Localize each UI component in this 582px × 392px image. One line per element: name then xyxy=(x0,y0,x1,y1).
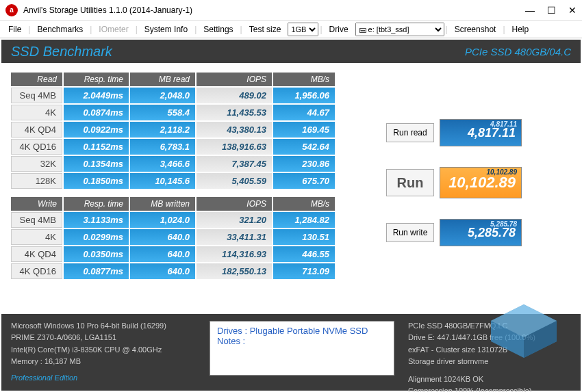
read-resp: 0.1850ms xyxy=(64,173,129,189)
read-row: 32K0.1354ms3,466.67,387.45230.86 xyxy=(11,156,335,172)
read-mbs: 542.64 xyxy=(273,139,335,155)
read-resp: 0.0922ms xyxy=(64,122,129,138)
read-resp: 0.0874ms xyxy=(64,105,129,120)
footer: Microsoft Windows 10 Pro 64-bit Build (1… xyxy=(1,314,581,391)
run-button[interactable]: Run xyxy=(386,169,434,196)
edition-label: Professional Edition xyxy=(11,373,196,383)
window-title: Anvil's Storage Utilities 1.1.0 (2014-Ja… xyxy=(23,5,525,15)
write-table: Write Resp. time MB written IOPS MB/s Se… xyxy=(10,196,336,280)
read-resp: 0.1354ms xyxy=(64,156,129,172)
read-mb: 6,783.1 xyxy=(130,139,195,155)
read-mbs: 1,956.06 xyxy=(273,88,335,103)
write-h0: Write xyxy=(11,197,62,211)
total-score-big: 10,102.89 xyxy=(446,175,516,190)
write-label: 4K QD16 xyxy=(11,263,62,279)
menu-settings[interactable]: Settings xyxy=(198,23,238,36)
read-row: 4K QD160.1152ms6,783.1138,916.63542.64 xyxy=(11,139,335,155)
drive-select[interactable]: 🖴 e: [tbt3_ssd] xyxy=(355,23,444,36)
run-write-button[interactable]: Run write xyxy=(386,223,434,242)
page-title: SSD Benchmark xyxy=(11,44,112,60)
read-iops: 489.02 xyxy=(197,88,272,103)
menu-help[interactable]: Help xyxy=(507,23,535,36)
dev-driver: Storage driver stornvme xyxy=(408,356,488,367)
write-row: 4K QD40.0350ms640.0114,316.93446.55 xyxy=(11,246,335,262)
read-mb: 10,145.6 xyxy=(130,173,195,189)
write-resp: 0.0350ms xyxy=(64,246,129,262)
read-label: 4K xyxy=(11,105,62,120)
dev-model: PCIe SSD 480GB/E7FMQ.LC xyxy=(408,321,508,331)
menu-benchmarks[interactable]: Benchmarks xyxy=(31,23,88,36)
notes-drives: Drives : Plugable Portable NVMe SSD xyxy=(217,326,387,336)
write-mbs: 713.09 xyxy=(273,263,335,279)
dev-fs: exFAT - Cluster size 131072B xyxy=(408,345,507,355)
write-mb: 1,024.0 xyxy=(130,212,195,228)
read-mb: 3,466.6 xyxy=(130,156,195,172)
read-iops: 11,435.53 xyxy=(197,105,272,120)
minimize-button[interactable]: — xyxy=(525,5,535,16)
read-h1: Resp. time xyxy=(64,73,129,86)
sys-cpu: Intel(R) Core(TM) i3-8350K CPU @ 4.00GHz xyxy=(11,345,196,355)
write-mbs: 446.55 xyxy=(273,246,335,262)
write-h2: MB written xyxy=(130,197,195,211)
write-row: 4K0.0299ms640.033,411.31130.51 xyxy=(11,229,335,245)
write-mb: 640.0 xyxy=(130,229,195,245)
write-label: 4K xyxy=(11,229,62,245)
read-mbs: 230.86 xyxy=(273,156,335,172)
read-table: Read Resp. time MB read IOPS MB/s Seq 4M… xyxy=(10,71,336,190)
read-row: 4K0.0874ms558.411,435.5344.67 xyxy=(11,105,335,120)
titlebar: a Anvil's Storage Utilities 1.1.0 (2014-… xyxy=(0,0,582,21)
read-row: Seq 4MB2.0449ms2,048.0489.021,956.06 xyxy=(11,88,335,103)
read-score: 4,817.11 4,817.11 xyxy=(440,119,522,146)
dev-compr: Compression 100% (Incompressible) xyxy=(408,386,531,392)
read-iops: 43,380.13 xyxy=(197,122,272,138)
menu-file[interactable]: File xyxy=(3,23,27,36)
dev-align: Alignment 1024KB OK xyxy=(408,374,483,384)
read-h3: IOPS xyxy=(197,73,272,86)
read-h0: Read xyxy=(11,73,62,86)
notes-box[interactable]: Drives : Plugable Portable NVMe SSD Note… xyxy=(210,321,394,376)
read-h2: MB read xyxy=(130,73,195,86)
menubar: File| Benchmarks| IOmeter| System Info| … xyxy=(0,21,582,38)
device-name: PCIe SSD 480GB/04.C xyxy=(465,46,571,57)
write-score-small: 5,285.78 xyxy=(490,220,517,228)
notes-notes: Notes : xyxy=(217,336,387,346)
sys-mem: Memory : 16,187 MB xyxy=(11,356,196,367)
menu-screenshot[interactable]: Screenshot xyxy=(449,23,502,36)
header-bar: SSD Benchmark PCIe SSD 480GB/04.C xyxy=(1,40,581,63)
write-h1: Resp. time xyxy=(64,197,129,211)
run-read-button[interactable]: Run read xyxy=(386,123,434,142)
menu-iometer[interactable]: IOmeter xyxy=(93,23,134,36)
write-resp: 3.1133ms xyxy=(64,212,129,228)
testsize-select[interactable]: 1GB xyxy=(288,23,318,36)
read-mbs: 169.45 xyxy=(273,122,335,138)
write-row: Seq 4MB3.1133ms1,024.0321.201,284.82 xyxy=(11,212,335,228)
close-button[interactable]: ✕ xyxy=(568,5,577,16)
write-score: 5,285.78 5,285.78 xyxy=(440,219,522,246)
dev-free: Drive E: 447.1/447.1GB free (100.0%) xyxy=(408,332,535,343)
read-mbs: 44.67 xyxy=(273,105,335,120)
sys-os: Microsoft Windows 10 Pro 64-bit Build (1… xyxy=(11,321,196,331)
read-resp: 2.0449ms xyxy=(64,88,129,103)
testsize-label: Test size xyxy=(244,23,287,36)
write-iops: 182,550.13 xyxy=(197,263,272,279)
write-iops: 114,316.93 xyxy=(197,246,272,262)
write-label: 4K QD4 xyxy=(11,246,62,262)
read-mb: 2,118.2 xyxy=(130,122,195,138)
write-label: Seq 4MB xyxy=(11,212,62,228)
read-label: 4K QD16 xyxy=(11,139,62,155)
sys-mb: PRIME Z370-A/0606, LGA1151 xyxy=(11,332,196,343)
write-resp: 0.0299ms xyxy=(64,229,129,245)
drive-label: Drive xyxy=(324,23,354,36)
read-score-small: 4,817.11 xyxy=(490,120,517,128)
read-iops: 5,405.59 xyxy=(197,173,272,189)
write-h3: IOPS xyxy=(197,197,272,211)
menu-sysinfo[interactable]: System Info xyxy=(139,23,193,36)
maximize-button[interactable]: ☐ xyxy=(547,5,556,16)
total-score: 10,102.89 10,102.89 xyxy=(440,167,522,198)
read-iops: 138,916.63 xyxy=(197,139,272,155)
write-mbs: 1,284.82 xyxy=(273,212,335,228)
read-mb: 558.4 xyxy=(130,105,195,120)
actions-panel: Run read 4,817.11 4,817.11 Run 10,102.89… xyxy=(386,119,522,246)
write-iops: 321.20 xyxy=(197,212,272,228)
write-resp: 0.0877ms xyxy=(64,263,129,279)
